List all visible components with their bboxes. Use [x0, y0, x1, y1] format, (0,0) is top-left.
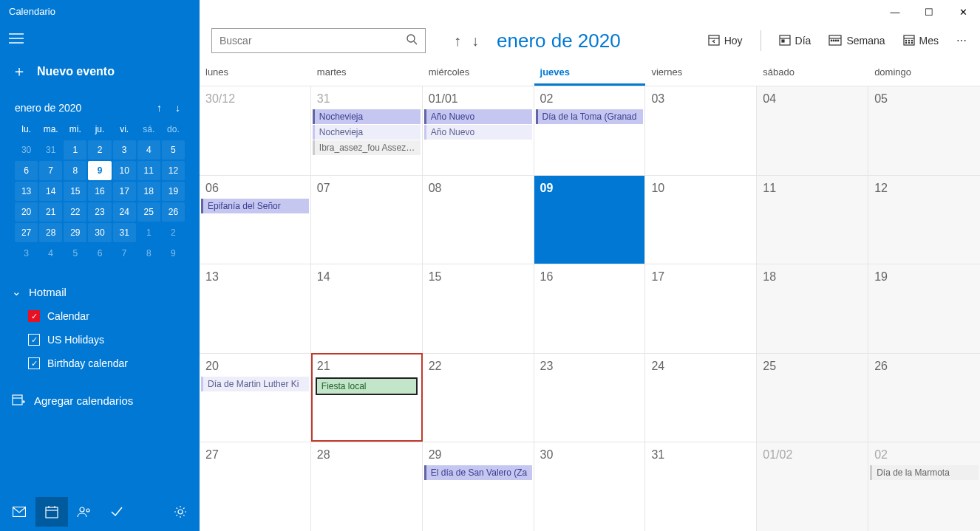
mini-cal-title[interactable]: enero de 2020	[15, 102, 157, 114]
day-cell[interactable]: 07	[311, 175, 423, 264]
calendar-item[interactable]: Birthday calendar	[12, 352, 188, 375]
search-input[interactable]	[220, 35, 406, 47]
mini-cal-day[interactable]: 10	[113, 161, 136, 180]
mini-cal-day[interactable]: 3	[15, 244, 38, 263]
day-cell[interactable]: 30/12	[200, 86, 311, 175]
mini-cal-day[interactable]: 15	[64, 182, 86, 201]
mini-cal-day[interactable]: 28	[39, 223, 62, 242]
calendar-event[interactable]: Ibra_assez_fou Assez's b	[313, 140, 421, 155]
day-cell[interactable]: 05	[868, 86, 980, 175]
mail-icon[interactable]	[3, 497, 35, 527]
day-cell[interactable]: 19	[868, 264, 980, 353]
mini-cal-day[interactable]: 9	[162, 244, 185, 263]
mini-cal-day[interactable]: 12	[162, 161, 185, 180]
mini-cal-day[interactable]: 13	[15, 182, 38, 201]
mini-cal-day[interactable]: 5	[162, 140, 185, 160]
mini-cal-day[interactable]: 6	[88, 244, 111, 263]
day-cell[interactable]: 02Día de la Toma (Granad	[534, 86, 646, 175]
week-view-button[interactable]: Semana	[828, 34, 885, 48]
calendar-icon[interactable]	[35, 497, 68, 527]
day-cell[interactable]: 04	[757, 86, 868, 175]
next-period-icon[interactable]: ↓	[472, 32, 479, 49]
mini-cal-day[interactable]: 25	[137, 202, 160, 222]
mini-cal-day[interactable]: 2	[88, 140, 111, 160]
day-cell[interactable]: 31NocheviejaNocheviejaIbra_assez_fou Ass…	[311, 86, 423, 175]
account-toggle[interactable]: ⌄ Hotmail	[12, 279, 188, 304]
add-calendars-button[interactable]: Agregar calendarios	[0, 381, 200, 420]
mini-cal-prev-icon[interactable]: ↑	[157, 102, 162, 114]
mini-cal-day[interactable]: 16	[88, 182, 111, 201]
month-title[interactable]: enero de 2020	[497, 30, 621, 52]
day-cell[interactable]: 29El día de San Valero (Za	[423, 442, 534, 531]
calendar-event[interactable]: Día de la Toma (Granad	[536, 109, 644, 124]
day-cell[interactable]: 22	[423, 353, 534, 442]
mini-cal-day[interactable]: 31	[113, 223, 136, 242]
calendar-event[interactable]: Año Nuevo	[424, 125, 532, 140]
mini-cal-day[interactable]: 2	[162, 223, 185, 242]
people-icon[interactable]	[68, 497, 101, 527]
mini-cal-day[interactable]: 11	[137, 161, 160, 180]
mini-cal-day[interactable]: 30	[88, 223, 111, 242]
minimize-button[interactable]: —	[878, 0, 912, 24]
day-cell[interactable]: 27	[200, 442, 311, 531]
day-cell[interactable]: 09	[534, 175, 646, 264]
mini-cal-day[interactable]: 21	[39, 202, 62, 222]
day-cell[interactable]: 30	[534, 442, 646, 531]
settings-icon[interactable]	[164, 497, 197, 527]
day-cell[interactable]: 08	[423, 175, 534, 264]
day-cell[interactable]: 01/02	[757, 442, 868, 531]
day-cell[interactable]: 14	[311, 264, 423, 353]
day-cell[interactable]: 20Día de Martin Luther Ki	[200, 353, 311, 442]
mini-cal-day[interactable]: 5	[64, 244, 86, 263]
day-cell[interactable]: 13	[200, 264, 311, 353]
day-view-button[interactable]: Día	[779, 34, 811, 48]
day-cell[interactable]: 11	[757, 175, 868, 264]
checkbox-icon[interactable]	[28, 357, 40, 369]
search-box[interactable]	[211, 28, 426, 53]
mini-cal-day[interactable]: 14	[39, 182, 62, 201]
mini-cal-day[interactable]: 6	[15, 161, 38, 180]
mini-cal-day[interactable]: 31	[39, 140, 62, 160]
calendar-event[interactable]: Día de Martin Luther Ki	[201, 377, 309, 391]
day-cell[interactable]: 21Fiesta local	[311, 353, 423, 442]
day-cell[interactable]: 06Epifanía del Señor	[200, 175, 311, 264]
new-event-button[interactable]: ＋ Nuevo evento	[0, 54, 200, 93]
calendar-event[interactable]: El día de San Valero (Za	[424, 465, 532, 480]
mini-cal-day[interactable]: 8	[137, 244, 160, 263]
mini-cal-day[interactable]: 27	[15, 223, 38, 242]
mini-cal-day[interactable]: 7	[113, 244, 136, 263]
checkbox-icon[interactable]	[28, 334, 40, 346]
month-view-button[interactable]: Mes	[903, 34, 939, 48]
calendar-event[interactable]: Año Nuevo	[424, 109, 532, 124]
mini-cal-day[interactable]: 20	[15, 202, 38, 222]
day-cell[interactable]: 03	[645, 86, 757, 175]
day-cell[interactable]: 01/01Año NuevoAño Nuevo	[423, 86, 534, 175]
close-button[interactable]: ✕	[946, 0, 980, 24]
day-cell[interactable]: 10	[645, 175, 757, 264]
mini-cal-day[interactable]: 23	[88, 202, 111, 222]
day-cell[interactable]: 16	[534, 264, 646, 353]
day-cell[interactable]: 26	[868, 353, 980, 442]
more-icon[interactable]: ⋯	[956, 35, 968, 47]
day-cell[interactable]: 23	[534, 353, 646, 442]
day-cell[interactable]: 28	[311, 442, 423, 531]
mini-cal-day[interactable]: 1	[137, 223, 160, 242]
todo-icon[interactable]	[101, 497, 133, 527]
mini-cal-day[interactable]: 18	[137, 182, 160, 201]
day-cell[interactable]: 15	[423, 264, 534, 353]
mini-cal-day[interactable]: 29	[64, 223, 86, 242]
day-cell[interactable]: 25	[757, 353, 868, 442]
mini-cal-next-icon[interactable]: ↓	[175, 102, 180, 114]
mini-cal-day[interactable]: 19	[162, 182, 185, 201]
day-cell[interactable]: 24	[645, 353, 757, 442]
day-cell[interactable]: 02Día de la Marmota	[868, 442, 980, 531]
mini-cal-day[interactable]: 7	[39, 161, 62, 180]
today-button[interactable]: Hoy	[708, 34, 743, 48]
calendar-event[interactable]: Fiesta local	[316, 377, 418, 395]
calendar-item[interactable]: Calendar	[12, 304, 188, 328]
calendar-event[interactable]: Nochevieja	[313, 109, 421, 124]
day-cell[interactable]: 18	[757, 264, 868, 353]
day-cell[interactable]: 12	[868, 175, 980, 264]
calendar-event[interactable]: Nochevieja	[313, 125, 421, 140]
day-cell[interactable]: 17	[645, 264, 757, 353]
